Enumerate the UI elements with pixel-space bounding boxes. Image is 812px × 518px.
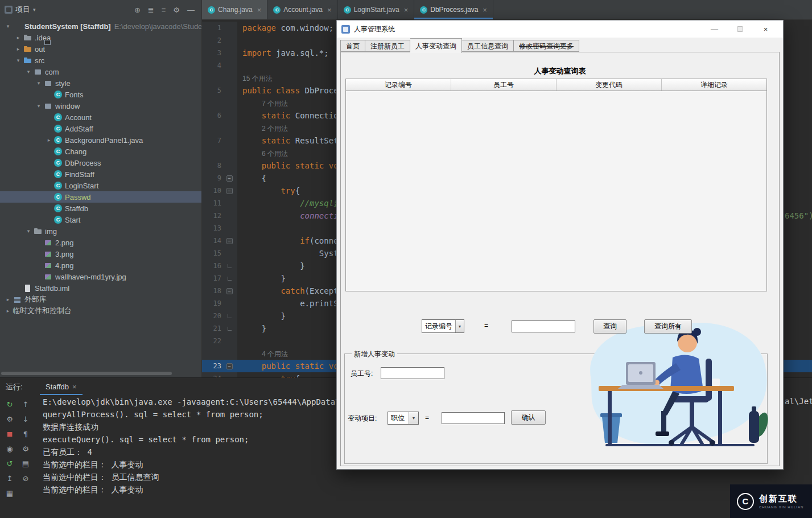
chevron-down-icon[interactable]: ▾ <box>33 7 36 13</box>
change-item-combobox[interactable]: 职位 ▼ <box>388 412 419 425</box>
editor-gutter[interactable]: 2 <box>202 34 237 47</box>
record-field-combobox[interactable]: 记录编号 ▼ <box>422 319 464 333</box>
editor-gutter[interactable]: 11 <box>202 197 237 209</box>
tree-item[interactable]: ▸.idea <box>0 32 201 43</box>
editor-gutter[interactable]: 18− <box>202 285 237 297</box>
tree-item[interactable]: ▸临时文件和控制台 <box>0 305 201 316</box>
editor-gutter[interactable]: 8 <box>202 159 237 172</box>
query-all-button[interactable]: 查询所有 <box>644 319 692 334</box>
tree-item[interactable]: CChang <box>0 146 201 157</box>
table-body[interactable] <box>346 91 766 292</box>
editor-gutter[interactable]: 5 <box>202 84 237 97</box>
tree-item[interactable]: ▾style <box>0 77 201 89</box>
settings2-icon[interactable]: ⚙ <box>20 443 31 454</box>
tree-item[interactable]: ▸外部库 <box>0 294 201 305</box>
editor-gutter[interactable] <box>202 97 237 109</box>
stop-icon[interactable]: ■ <box>5 429 15 439</box>
app-tab[interactable]: 注册新员工 <box>365 40 410 52</box>
tool-icon[interactable]: ⚙ <box>5 414 15 424</box>
editor-gutter[interactable]: 1 <box>202 22 237 34</box>
column-header[interactable]: 变更代码 <box>557 79 662 91</box>
editor-gutter[interactable] <box>202 72 237 84</box>
editor-gutter[interactable]: 4 <box>202 59 237 72</box>
up-icon[interactable]: ↑ <box>20 399 31 409</box>
tree-item[interactable]: 4.png <box>0 260 201 271</box>
editor-gutter[interactable]: 24 <box>202 372 237 377</box>
editor-gutter[interactable]: 9− <box>202 172 237 184</box>
tree-expand-arrow[interactable]: ▾ <box>3 23 13 29</box>
fold-end-icon[interactable] <box>228 314 232 318</box>
fold-icon[interactable]: − <box>226 238 233 244</box>
tree-item[interactable]: CStaffdb <box>0 203 201 214</box>
confirm-button[interactable]: 确认 <box>511 410 546 425</box>
tree-item[interactable]: 2.png <box>0 237 201 248</box>
column-header[interactable]: 详细记录 <box>662 79 766 91</box>
editor-gutter[interactable]: 19 <box>202 297 237 310</box>
employee-id-input[interactable] <box>381 367 444 379</box>
tree-item[interactable]: ▸CBackgroundPanel1.java <box>0 134 201 146</box>
tree-item[interactable]: CAddStaff <box>0 123 201 134</box>
editor-tab[interactable]: CDbProcess.java× <box>414 0 493 19</box>
editor-tab[interactable]: CAccount.java× <box>267 0 337 19</box>
project-horizontal-scrollbar[interactable] <box>1 372 172 375</box>
fold-icon[interactable]: − <box>226 363 233 369</box>
tree-expand-arrow[interactable]: ▾ <box>34 80 43 86</box>
column-header[interactable]: 记录编号 <box>346 79 451 91</box>
query-value-input[interactable] <box>512 320 575 332</box>
app-tab[interactable]: 修改密码查询更多 <box>514 40 579 52</box>
tree-item[interactable]: ▾com <box>0 66 201 77</box>
tree-expand-arrow[interactable]: ▸ <box>14 46 23 52</box>
close-tab-icon[interactable]: × <box>327 6 332 14</box>
editor-gutter[interactable]: 6 <box>202 109 237 122</box>
editor-tab[interactable]: CChang.java× <box>202 0 267 19</box>
editor-gutter[interactable]: 16 <box>202 260 237 272</box>
tree-item[interactable]: ▾src <box>0 55 201 66</box>
app-titlebar[interactable]: 人事管理系统 — × <box>337 20 783 38</box>
tree-expand-arrow[interactable]: ▸ <box>14 35 23 40</box>
close-button[interactable]: × <box>753 20 778 38</box>
editor-gutter[interactable]: 20 <box>202 310 237 322</box>
run-tab-staffdb[interactable]: Staffdb × <box>40 378 83 395</box>
tree-expand-arrow[interactable]: ▸ <box>44 137 53 143</box>
query-button[interactable]: 查询 <box>593 319 626 334</box>
tree-expand-arrow[interactable]: ▾ <box>34 103 43 109</box>
editor-gutter[interactable]: 14− <box>202 235 237 247</box>
layout-icon[interactable]: ▦ <box>5 488 15 498</box>
tree-item[interactable]: ▾StudentSystem [Staffdb]E:\develop\javac… <box>0 20 201 32</box>
editor-gutter[interactable]: 23− <box>202 360 237 372</box>
fold-end-icon[interactable] <box>228 327 232 331</box>
tree-item[interactable]: ▾img <box>0 225 201 237</box>
print-icon[interactable]: ▤ <box>20 458 31 468</box>
close-tab-icon[interactable]: × <box>257 6 262 14</box>
editor-gutter[interactable]: 17 <box>202 272 237 285</box>
editor-gutter[interactable]: 3 <box>202 47 237 59</box>
tree-item[interactable]: CDbProcess <box>0 157 201 168</box>
expand-all-icon[interactable]: ≡ <box>162 6 166 14</box>
minimize-button[interactable]: — <box>702 20 727 38</box>
tree-item[interactable]: CAccount <box>0 112 201 123</box>
tree-item[interactable]: 3.png <box>0 248 201 260</box>
tree-expand-arrow[interactable]: ▾ <box>14 57 23 63</box>
tree-expand-arrow[interactable]: ▸ <box>3 297 13 302</box>
editor-gutter[interactable]: 10− <box>202 184 237 197</box>
settings-icon[interactable]: ⚙ <box>173 6 180 14</box>
tree-expand-arrow[interactable]: ▾ <box>24 69 33 75</box>
clear-icon[interactable]: ⊘ <box>20 473 31 483</box>
softwrap-icon[interactable]: ¶ <box>20 429 31 439</box>
collapse-all-icon[interactable]: ≣ <box>148 6 154 14</box>
editor-gutter[interactable]: 15 <box>202 247 237 260</box>
app-tab[interactable]: 员工信息查询 <box>462 40 514 52</box>
down-icon[interactable]: ↓ <box>20 414 31 424</box>
tree-item[interactable]: ▾window <box>0 100 201 112</box>
exit-icon[interactable]: ↥ <box>5 473 15 483</box>
chevron-down-icon[interactable]: ▼ <box>409 412 418 424</box>
editor-gutter[interactable]: 22 <box>202 335 237 347</box>
locate-icon[interactable]: ⊕ <box>134 6 141 14</box>
editor-gutter[interactable] <box>202 147 237 159</box>
fold-end-icon[interactable] <box>228 277 232 281</box>
app-tab[interactable]: 首页 <box>340 40 365 52</box>
rerun-icon[interactable]: ↻ <box>5 399 15 409</box>
app-tab[interactable]: 人事变动查询 <box>410 38 462 53</box>
tree-item[interactable]: wallhaven-md1yry.jpg <box>0 271 201 282</box>
tree-item[interactable]: ▸out <box>0 43 201 55</box>
